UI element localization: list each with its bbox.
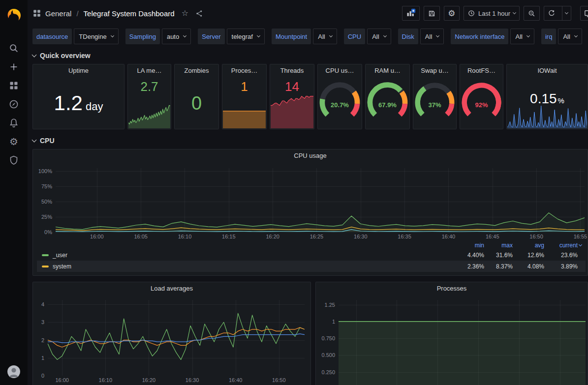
variable-network-interface: Network interface All [451, 29, 534, 44]
refresh-button[interactable] [544, 6, 559, 20]
sidebar-item-dashboards[interactable] [4, 76, 24, 95]
panel-load-averages: Load averages 0123416:0016:1016:2016:301… [32, 282, 311, 385]
breadcrumb-folder[interactable]: General [45, 9, 71, 18]
panel-title[interactable]: Threads [270, 64, 314, 77]
iowait-sparkline[interactable] [507, 106, 587, 128]
ram-gauge[interactable]: 67.9% [366, 76, 409, 127]
panel-threads: Threads 14 [270, 64, 314, 129]
variable-value-dropdown[interactable]: TDengine [74, 29, 118, 44]
sidebar-item-alerting[interactable] [4, 114, 24, 132]
sidebar-item-configuration[interactable]: ⚙ [4, 132, 24, 151]
panel-title[interactable]: RAM u… [366, 64, 409, 77]
variable-value-dropdown[interactable]: All [367, 29, 391, 44]
variable-value-dropdown[interactable]: All [510, 29, 534, 44]
load-averages-chart[interactable]: 0123416:0016:1016:2016:3016:4016:50 [37, 298, 306, 384]
legend-current: 3.89% [544, 263, 582, 270]
variable-disk: Disk All [398, 29, 444, 44]
dashboard-title[interactable]: Telegraf System Dashboard [84, 9, 175, 18]
tv-icon [584, 9, 588, 18]
rootfs-gauge[interactable]: 92% [460, 76, 503, 127]
sidebar-item-create[interactable] [4, 58, 24, 76]
gauge-value: 37% [413, 101, 456, 108]
cycle-view-button[interactable] [580, 6, 588, 21]
dashboards-grid-icon [9, 81, 19, 90]
variable-sampling: Sampling auto [125, 29, 191, 44]
star-icon[interactable]: ☆ [182, 9, 188, 17]
panel-title[interactable]: CPU us… [318, 64, 362, 77]
series-name[interactable]: _user [53, 252, 67, 259]
chevron-down-icon [526, 34, 530, 37]
clock-icon [467, 9, 475, 17]
processes-sparkline[interactable] [223, 107, 266, 128]
legend-col-avg[interactable]: avg [513, 242, 544, 249]
threads-sparkline[interactable] [271, 94, 313, 128]
panel-title[interactable]: LA me… [128, 64, 171, 77]
panel-title[interactable]: Load averages [33, 282, 310, 295]
series-name[interactable]: system [53, 263, 71, 270]
legend-col-current[interactable]: current [544, 242, 582, 249]
panel-title[interactable]: Swap u… [413, 64, 456, 77]
gear-icon: ⚙ [9, 137, 18, 147]
series-swatch [42, 266, 49, 267]
series-name[interactable]: iowait [53, 274, 68, 276]
dashboard-canvas: Quick overview Uptime 1.2 day LA me… 2.7… [28, 47, 588, 385]
legend-max: 4.11% [484, 274, 513, 276]
cpu-gauge[interactable]: 20.7% [318, 76, 362, 127]
processes-chart[interactable]: 0.2500.5000.75011.25 [320, 298, 587, 385]
variable-mountpoint: Mountpoint All [272, 29, 337, 44]
variable-label: Mountpoint [272, 29, 311, 44]
add-panel-icon [406, 8, 416, 18]
panel-title[interactable]: Processes [316, 282, 588, 295]
sidebar-item-explore[interactable] [4, 95, 24, 114]
panel-title[interactable]: Proces… [222, 64, 266, 77]
explore-compass-icon [8, 99, 19, 110]
swap-gauge[interactable]: 37% [413, 76, 456, 127]
chevron-down-icon [183, 34, 186, 37]
cpu-usage-legend: min max avg current _user 4.40% [37, 241, 586, 275]
panel-title[interactable]: CPU usage [33, 149, 588, 162]
stat-value: 2.7 [128, 79, 171, 94]
legend-max: 8.37% [484, 263, 513, 270]
legend-col-max[interactable]: max [484, 242, 513, 249]
panel-title[interactable]: IOWait [507, 64, 588, 77]
legend-col-min[interactable]: min [456, 242, 484, 249]
refresh-icon [548, 9, 556, 17]
user-avatar[interactable] [4, 362, 24, 381]
quick-overview-panels: Uptime 1.2 day LA me… 2.7 Zombies 0 Pro [32, 64, 588, 129]
panel-rootfs-gauge: RootFS… 92% [460, 64, 503, 129]
sidebar-item-search[interactable] [4, 39, 24, 58]
variable-value-dropdown[interactable]: All [558, 29, 582, 44]
add-panel-button[interactable] [402, 6, 420, 21]
stat-value: 14 [270, 79, 314, 94]
main-area: General / Telegraf System Dashboard ☆ [28, 0, 588, 385]
panel-uptime: Uptime 1.2 day [32, 64, 124, 129]
top-nav: General / Telegraf System Dashboard ☆ [28, 0, 588, 27]
variable-value-dropdown[interactable]: telegraf [227, 29, 265, 44]
zoom-out-button[interactable] [524, 6, 540, 21]
variable-value-dropdown[interactable]: All [313, 29, 337, 44]
row-header-cpu[interactable]: CPU [32, 134, 588, 147]
panel-title[interactable]: Zombies [175, 64, 218, 77]
chevron-down-icon [383, 34, 387, 37]
variable-value-dropdown[interactable]: auto [162, 29, 191, 44]
share-icon[interactable] [195, 9, 204, 18]
time-range-picker[interactable]: Last 1 hour [464, 6, 520, 21]
variable-value-dropdown[interactable]: All [420, 29, 444, 44]
save-dashboard-button[interactable] [424, 6, 440, 21]
stat-value: 0.15 [530, 92, 557, 106]
sidebar-item-server-admin[interactable] [4, 151, 24, 170]
chevron-down-icon [257, 34, 260, 37]
refresh-interval-dropdown[interactable] [562, 6, 571, 20]
row-header-quick-overview[interactable]: Quick overview [32, 49, 588, 62]
panel-title[interactable]: RootFS… [460, 64, 503, 77]
row-title: CPU [40, 137, 55, 145]
panel-title[interactable]: Uptime [33, 64, 124, 77]
stat-unit: % [558, 96, 564, 105]
chevron-down-icon [32, 52, 37, 57]
dashboard-settings-button[interactable]: ⚙ [444, 6, 460, 21]
grafana-logo[interactable] [4, 4, 24, 26]
chevron-down-icon [565, 11, 568, 14]
cpu-usage-chart[interactable]: 0%25%50%75%100%16:0016:0516:1016:1516:20… [36, 166, 586, 240]
la-sparkline[interactable] [128, 103, 170, 128]
avatar-icon [7, 365, 21, 379]
